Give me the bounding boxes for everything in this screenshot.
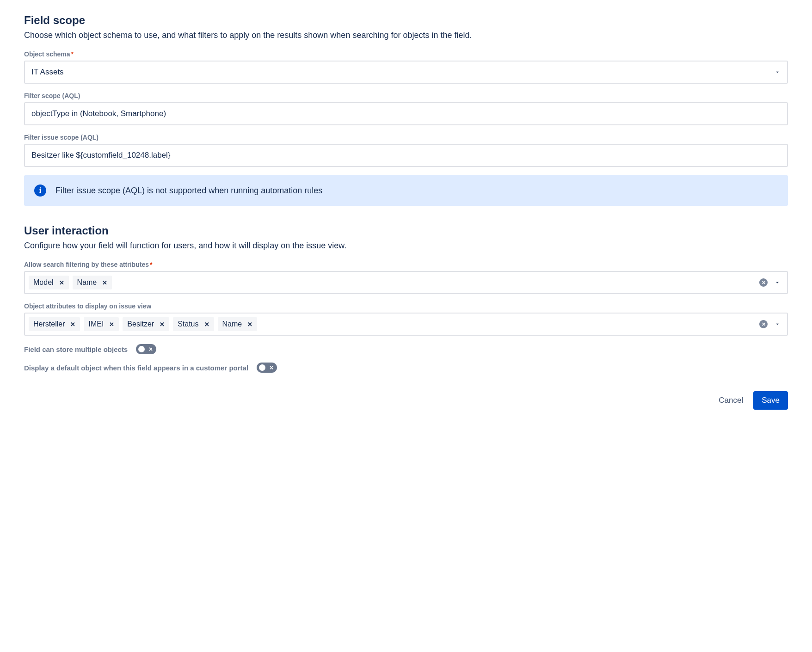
filter-scope-input-wrapper[interactable]	[24, 102, 788, 125]
chip: Besitzer✕	[123, 317, 169, 331]
search-filtering-label-text: Allow search filtering by these attribut…	[24, 261, 149, 268]
info-icon: i	[34, 185, 46, 197]
save-button[interactable]: Save	[753, 391, 788, 410]
toggle-default-portal[interactable]	[257, 363, 277, 373]
chip-label: Hersteller	[33, 320, 65, 328]
filter-issue-scope-input[interactable]	[31, 151, 781, 160]
chip-label: Status	[178, 320, 198, 328]
chip-label: Besitzer	[127, 320, 154, 328]
filter-scope-label: Filter scope (AQL)	[24, 92, 788, 99]
footer-actions: Cancel Save	[24, 391, 788, 410]
chip-label: Name	[77, 278, 97, 287]
toggle-multiple-label: Field can store multiple objects	[24, 345, 128, 353]
chip-remove-icon[interactable]: ✕	[203, 321, 211, 328]
chip: IMEI✕	[84, 317, 119, 331]
display-attributes-label: Object attributes to display on issue vi…	[24, 302, 788, 310]
chip-label: IMEI	[88, 320, 104, 328]
chip-remove-icon[interactable]: ✕	[100, 279, 109, 286]
chevron-down-icon[interactable]	[774, 279, 781, 286]
chip-remove-icon[interactable]: ✕	[107, 321, 116, 328]
chip: Name✕	[73, 276, 112, 289]
field-scope-heading: Field scope	[24, 14, 788, 27]
filter-issue-scope-label: Filter issue scope (AQL)	[24, 134, 788, 141]
chip: Model✕	[29, 276, 69, 289]
display-attributes-chips: Hersteller✕IMEI✕Besitzer✕Status✕Name✕	[29, 317, 756, 331]
user-interaction-description: Configure how your field will function f…	[24, 240, 788, 252]
chip: Status✕	[173, 317, 214, 331]
clear-all-icon[interactable]: ✕	[759, 278, 768, 287]
display-attributes-multiselect[interactable]: Hersteller✕IMEI✕Besitzer✕Status✕Name✕ ✕	[24, 313, 788, 336]
object-schema-label-text: Object schema	[24, 50, 70, 58]
chip-remove-icon[interactable]: ✕	[68, 321, 77, 328]
chevron-down-icon	[774, 69, 781, 75]
toggle-multiple[interactable]	[136, 344, 156, 354]
chip-label: Model	[33, 278, 54, 287]
filter-issue-scope-input-wrapper[interactable]	[24, 144, 788, 167]
object-schema-select[interactable]: IT Assets	[24, 61, 788, 84]
toggle-default-portal-label: Display a default object when this field…	[24, 364, 248, 372]
chip: Hersteller✕	[29, 317, 80, 331]
chevron-down-icon[interactable]	[774, 321, 781, 327]
cancel-button[interactable]: Cancel	[710, 391, 751, 410]
search-filtering-chips: Model✕Name✕	[29, 276, 756, 289]
chip: Name✕	[218, 317, 258, 331]
search-filtering-label: Allow search filtering by these attribut…	[24, 261, 788, 268]
required-indicator: *	[150, 261, 152, 268]
chip-remove-icon[interactable]: ✕	[246, 321, 254, 328]
chip-label: Name	[222, 320, 242, 328]
chip-remove-icon[interactable]: ✕	[57, 279, 66, 286]
required-indicator: *	[71, 50, 74, 58]
field-scope-description: Choose which object schema to use, and w…	[24, 30, 788, 41]
info-banner: i Filter issue scope (AQL) is not suppor…	[24, 175, 788, 206]
filter-scope-input[interactable]	[31, 109, 781, 118]
chip-remove-icon[interactable]: ✕	[158, 321, 166, 328]
user-interaction-heading: User interaction	[24, 224, 788, 237]
search-filtering-multiselect[interactable]: Model✕Name✕ ✕	[24, 271, 788, 294]
info-banner-text: Filter issue scope (AQL) is not supporte…	[55, 186, 322, 196]
object-schema-label: Object schema*	[24, 50, 788, 58]
object-schema-value: IT Assets	[31, 68, 64, 77]
clear-all-icon[interactable]: ✕	[759, 320, 768, 328]
